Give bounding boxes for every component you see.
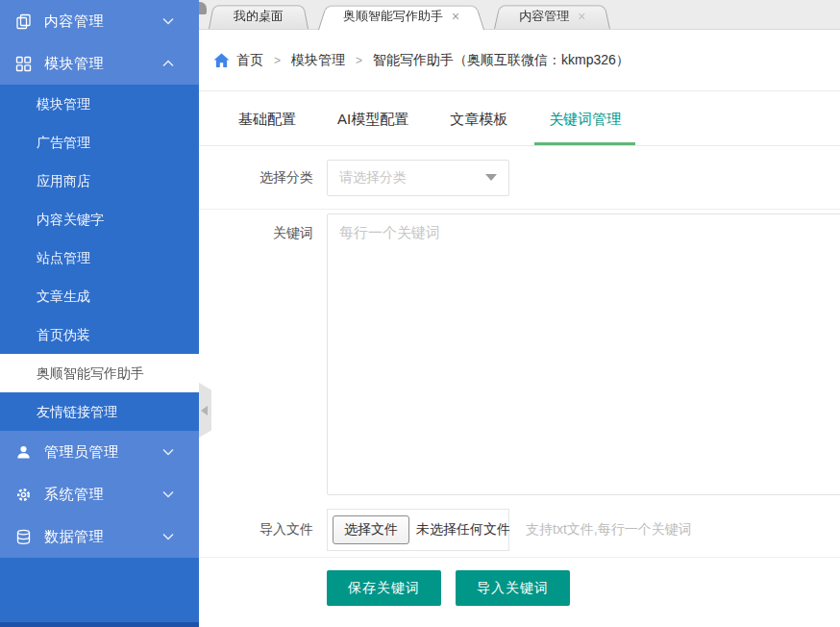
category-select[interactable]: 请选择分类 xyxy=(327,160,509,196)
breadcrumb: 首页 > 模块管理 > 智能写作助手（奥顺互联微信：kkmp326） xyxy=(199,30,840,91)
sidebar: 内容管理 模块管理 模块管理 广告管理 应用商店 内容关键字 站点管理 文章生成… xyxy=(0,0,199,627)
sidebar-group-system-mgmt[interactable]: 系统管理 xyxy=(0,473,199,515)
action-buttons-row: 保存关键词 导入关键词 xyxy=(199,558,840,606)
collapse-left-arrow-icon xyxy=(201,406,208,415)
sidebar-bottom-strip xyxy=(0,622,199,627)
sidebar-item-ad-mgmt[interactable]: 广告管理 xyxy=(0,123,199,162)
grid-icon xyxy=(15,56,33,71)
document-icon xyxy=(15,13,33,29)
import-file-row: 导入文件 选择文件 未选择任何文件 支持txt文件,每行一个关键词 xyxy=(199,502,840,558)
import-keywords-button[interactable]: 导入关键词 xyxy=(456,570,570,606)
chevron-down-icon xyxy=(162,490,174,498)
file-hint-text: 支持txt文件,每行一个关键词 xyxy=(526,521,692,539)
chevron-down-icon xyxy=(162,533,174,540)
tab-basic-config[interactable]: 基础配置 xyxy=(224,111,310,145)
sidebar-item-home-disguise[interactable]: 首页伪装 xyxy=(0,315,199,354)
sidebar-item-app-store[interactable]: 应用商店 xyxy=(0,162,199,200)
sidebar-item-article-gen[interactable]: 文章生成 xyxy=(0,277,199,315)
sidebar-group-content-mgmt[interactable]: 内容管理 xyxy=(0,0,199,42)
close-tab-icon[interactable]: × xyxy=(452,10,459,23)
sidebar-filler xyxy=(0,558,199,622)
config-tabs: 基础配置 AI模型配置 文章模板 关键词管理 xyxy=(199,91,840,146)
sidebar-item-content-keywords[interactable]: 内容关键字 xyxy=(0,200,199,238)
sidebar-group-label: 系统管理 xyxy=(44,486,162,504)
tabstrip-left-notch xyxy=(199,2,207,14)
home-icon[interactable] xyxy=(213,53,230,68)
keywords-textarea[interactable] xyxy=(327,213,840,495)
user-icon xyxy=(15,444,33,460)
category-row: 选择分类 请选择分类 xyxy=(199,146,840,210)
breadcrumb-current-page: 智能写作助手（奥顺互联微信：kkmp326） xyxy=(373,52,630,69)
chevron-down-icon xyxy=(162,17,174,25)
tab-keyword-mgmt[interactable]: 关键词管理 xyxy=(534,111,635,145)
sidebar-group-data-mgmt[interactable]: 数据管理 xyxy=(0,515,199,558)
sidebar-group-label: 管理员管理 xyxy=(44,443,162,462)
breadcrumb-home[interactable]: 首页 xyxy=(236,52,263,69)
sidebar-group-admin-mgmt[interactable]: 管理员管理 xyxy=(0,431,199,473)
choose-file-button[interactable]: 选择文件 xyxy=(333,515,409,544)
breadcrumb-separator: > xyxy=(274,54,281,67)
save-keywords-button[interactable]: 保存关键词 xyxy=(327,570,441,606)
sidebar-submenu: 模块管理 广告管理 应用商店 内容关键字 站点管理 文章生成 首页伪装 奥顺智能… xyxy=(0,85,199,431)
keyword-form: 选择分类 请选择分类 关键词 导入文件 选择文件 未选择任何文件 支持txt文件… xyxy=(199,146,840,627)
gear-icon xyxy=(15,487,33,502)
database-icon xyxy=(15,529,33,544)
close-tab-icon[interactable]: × xyxy=(578,10,585,23)
chevron-down-icon xyxy=(162,448,174,456)
sidebar-group-label: 数据管理 xyxy=(44,528,162,546)
sidebar-group-label: 模块管理 xyxy=(44,55,162,73)
tab-label: 奥顺智能写作助手 xyxy=(343,8,443,25)
sidebar-item-site-mgmt[interactable]: 站点管理 xyxy=(0,238,199,277)
tab-label: 内容管理 xyxy=(519,8,569,25)
window-tabstrip: 我的桌面 奥顺智能写作助手 × 内容管理 × xyxy=(199,0,840,30)
file-input[interactable]: 选择文件 未选择任何文件 xyxy=(327,509,509,551)
sidebar-item-module-mgmt[interactable]: 模块管理 xyxy=(0,85,199,123)
chevron-down-icon xyxy=(485,174,497,181)
tab-label: 我的桌面 xyxy=(234,8,284,25)
import-file-label: 导入文件 xyxy=(199,521,327,539)
sidebar-item-friend-links[interactable]: 友情链接管理 xyxy=(0,392,199,431)
sidebar-group-module-mgmt[interactable]: 模块管理 xyxy=(0,42,199,85)
window-tab-ai-writing-assistant[interactable]: 奥顺智能写作助手 × xyxy=(318,3,484,29)
breadcrumb-module-mgmt[interactable]: 模块管理 xyxy=(291,52,345,69)
keywords-row: 关键词 xyxy=(199,210,840,502)
chevron-up-icon xyxy=(162,60,174,67)
sidebar-collapse-handle[interactable] xyxy=(199,383,211,438)
main-area: 我的桌面 奥顺智能写作助手 × 内容管理 × 首页 > 模块管理 > 智能写作助… xyxy=(199,0,840,627)
tab-article-template[interactable]: 文章模板 xyxy=(435,111,522,145)
breadcrumb-separator: > xyxy=(356,54,362,67)
window-tab-content-mgmt[interactable]: 内容管理 × xyxy=(494,3,610,29)
window-tab-desktop[interactable]: 我的桌面 xyxy=(209,3,309,29)
category-label: 选择分类 xyxy=(199,169,327,187)
tab-ai-model-config[interactable]: AI模型配置 xyxy=(323,111,423,145)
sidebar-group-label: 内容管理 xyxy=(44,13,162,31)
category-select-placeholder: 请选择分类 xyxy=(339,169,485,187)
sidebar-item-ai-writing-assistant[interactable]: 奥顺智能写作助手 xyxy=(0,354,199,392)
file-status-text: 未选择任何文件 xyxy=(416,521,510,539)
keywords-label: 关键词 xyxy=(199,213,327,242)
